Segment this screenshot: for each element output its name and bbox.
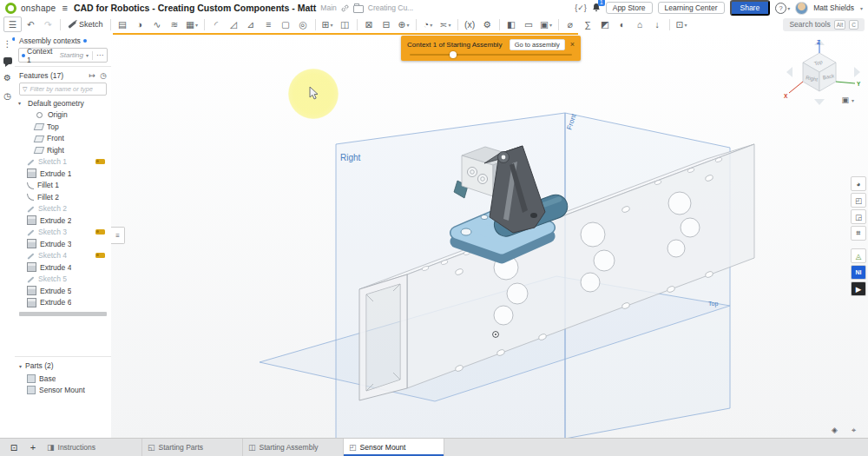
named-views-icon[interactable]: ⌂ [632,17,648,31]
revolve-icon[interactable]: ◑ [132,17,148,31]
feature-row[interactable]: Origin [15,109,111,122]
banner-slider-handle[interactable] [450,51,457,58]
comments-icon[interactable] [3,57,12,64]
measure-tool-icon[interactable]: ⌖ [852,426,856,435]
extrude-icon[interactable]: ▤ [115,17,131,31]
avatar[interactable] [795,2,808,15]
folder-icon[interactable] [353,5,364,13]
feature-list-toggle[interactable]: ☰ [3,17,22,32]
panel-pin-icon[interactable]: ◲ [851,209,866,224]
feature-row[interactable]: Right [15,144,111,156]
main-menu-icon[interactable]: ≡ [62,3,67,13]
rib-icon[interactable]: ≡ [260,17,277,31]
tab-instructions[interactable]: ◨ Instructions [42,439,142,456]
feature-row[interactable]: Sketch 2 [15,203,111,215]
ni-app-icon[interactable]: NI [851,265,866,280]
tab-sensor-mount[interactable]: ◰ Sensor Mount [344,439,444,456]
feature-row[interactable]: Sketch 5 [15,274,111,286]
feature-row[interactable]: Extrude 4 [15,261,111,274]
tab-manager-icon[interactable]: ⊡ [3,439,24,456]
link-icon[interactable] [341,4,349,12]
context-slider[interactable] [410,54,572,56]
sketch-button[interactable]: Sketch [64,20,107,29]
code-brackets-icon[interactable]: ⌗ [851,226,866,241]
appearance-icon[interactable]: ◐ [615,17,631,31]
sheet-metal-icon[interactable]: ◧ [503,17,520,31]
share-button[interactable]: Share [730,0,771,16]
thicken-icon[interactable]: ▦▾ [184,17,201,31]
help-menu[interactable]: ? ▾ [775,3,790,14]
user-name[interactable]: Matt Shields [813,3,854,12]
undo-button[interactable]: ↶ [23,17,39,31]
custom-features-icon[interactable]: ⚙ [3,73,11,83]
chamfer-icon[interactable]: ◿ [226,17,242,31]
panel-corner-icon[interactable]: ◰ [851,193,866,208]
feature-row[interactable]: Fillet 2 [15,191,111,203]
fillet-icon[interactable]: ◜ [208,17,225,31]
feature-row[interactable]: Extrude 3 [15,238,111,250]
go-to-assembly-button[interactable]: Go to assembly [510,39,565,50]
feature-row[interactable]: Front [15,133,111,145]
context-selector[interactable]: Context 1 Starting ▾ ⋯ [18,48,108,63]
offset-surface-icon[interactable]: ≍▾ [437,17,454,31]
variable-icon[interactable]: (x) [462,17,478,31]
feature-row[interactable]: Extrude 5 [15,285,111,297]
draft-icon[interactable]: ⊿ [243,17,260,31]
panel-collapse-handle[interactable]: ≡ [111,227,125,244]
feature-filter[interactable]: ▽ Filter by name or type [19,83,107,96]
feature-row[interactable]: Sketch 4 [15,250,111,262]
close-icon[interactable]: × [569,41,576,49]
redo-button[interactable]: ↷ [40,17,56,31]
boolean-icon[interactable]: ⊠ [361,17,378,31]
folder-breadcrumb[interactable]: Creating Cu... [368,3,413,12]
feature-row[interactable]: Top [15,121,111,133]
rollback-icon[interactable]: ◷ [100,71,107,80]
feature-row[interactable]: Extrude 1 [15,168,111,180]
toolbar-options-icon[interactable]: ⊡▾ [674,17,690,31]
feature-row[interactable]: Sketch 1 [15,156,111,169]
hole-icon[interactable]: ◎ [295,17,312,31]
rollback-bar[interactable] [19,312,107,316]
configurations-icon[interactable]: ⋮ [3,39,12,49]
export-icon[interactable]: ↓ [649,17,666,31]
feature-row[interactable]: Sketch 3 [15,227,111,239]
sheet-metal-tab-icon[interactable]: ▣▾ [538,17,555,31]
learning-center-button[interactable]: Learning Center [658,2,725,14]
custom-feature-icon[interactable]: ⚙ [479,17,496,31]
surface-icon[interactable]: ◔▾ [420,17,437,31]
group-caret-icon[interactable]: ▾ [18,100,24,106]
tab-starting-assembly[interactable]: ◫ Starting Assembly [243,439,344,456]
shell-icon[interactable]: ▢ [278,17,294,31]
flatten-icon[interactable]: ▭ [521,17,537,31]
measure-icon[interactable]: ⌀ [562,17,579,31]
graphics-viewport[interactable]: Right Front Top Context 1 of Starting As… [111,33,868,439]
mirror-icon[interactable]: ◫ [337,17,353,31]
feature-row[interactable]: Extrude 2 [15,215,111,227]
view-options-button[interactable]: ▣ ▾ [841,96,854,104]
section-view-icon[interactable]: ◩ [597,17,614,31]
feature-row[interactable]: Extrude 6 [15,297,111,309]
feature-row[interactable]: ▾ Default geometry [15,97,111,109]
transform-icon[interactable]: ⊕▾ [396,17,412,31]
context-menu-icon[interactable]: ⋯ [96,51,104,59]
parts-header[interactable]: ▾ Parts (2) [15,359,111,373]
view-tool-icon[interactable]: ◈ [832,426,838,435]
notifications-button[interactable]: 1 [592,3,601,14]
insert-feature-icon[interactable]: ↦ [89,71,96,80]
split-icon[interactable]: ⊟ [378,17,395,31]
loft-icon[interactable]: ≋ [167,17,183,31]
part-sensor-mount[interactable]: Sensor Mount [15,385,111,397]
tab-starting-parts[interactable]: ◱ Starting Parts [142,439,243,456]
search-tools[interactable]: Search tools Alt C [783,18,865,31]
material-sphere-icon[interactable]: ◕ [851,176,866,191]
code-braces-icon[interactable]: {✓} [575,3,587,12]
feature-row[interactable]: Fillet 1 [15,180,111,192]
sweep-icon[interactable]: ∿ [149,17,166,31]
app-store-button[interactable]: App Store [606,2,653,14]
hourglass-icon[interactable]: ◬ [851,248,866,263]
add-tab-button[interactable]: + [24,439,42,456]
workspace-label[interactable]: Main [320,3,336,12]
history-icon[interactable]: ◷ [3,91,11,101]
linear-pattern-icon[interactable]: ⊞▾ [319,17,336,31]
part-base[interactable]: Base [15,373,111,385]
